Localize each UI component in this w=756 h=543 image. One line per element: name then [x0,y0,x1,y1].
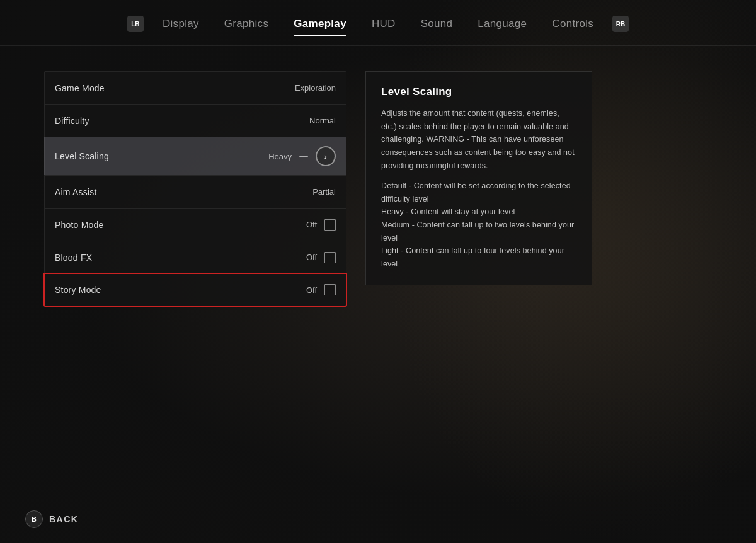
back-button-label[interactable]: BACK [49,514,78,524]
setting-value-game-mode: Exploration [295,83,336,93]
setting-label-difficulty: Difficulty [55,116,89,126]
blood-fx-checkbox[interactable] [324,252,336,263]
setting-value-blood-fx: Off [306,253,317,262]
setting-value-level-scaling: Heavy [268,152,292,161]
nav-item-display[interactable]: Display [150,14,212,34]
nav-item-language[interactable]: Language [465,14,539,34]
setting-row-game-mode[interactable]: Game Mode Exploration [44,71,346,104]
top-navigation: LB Display Graphics Gameplay HUD Sound L… [0,0,756,46]
story-mode-checkbox[interactable] [324,284,336,295]
setting-value-area-game-mode: Exploration [295,83,336,93]
nav-item-controls[interactable]: Controls [539,14,606,34]
photo-mode-checkbox[interactable] [324,219,336,231]
setting-value-area-level-scaling: Heavy › [268,146,336,166]
rb-button[interactable]: RB [612,16,629,32]
setting-label-game-mode: Game Mode [55,83,105,93]
nav-item-gameplay[interactable]: Gameplay [281,14,359,34]
setting-row-blood-fx[interactable]: Blood FX Off [44,241,346,273]
setting-label-level-scaling: Level Scaling [55,151,109,161]
info-panel-title: Level Scaling [381,86,576,98]
setting-value-area-story-mode: Off [306,284,336,295]
setting-label-photo-mode: Photo Mode [55,220,104,230]
main-content-area: Game Mode Exploration Difficulty Normal … [0,46,756,331]
setting-label-blood-fx: Blood FX [55,253,92,263]
setting-row-photo-mode[interactable]: Photo Mode Off [44,208,346,241]
setting-value-area-blood-fx: Off [306,252,336,263]
setting-value-area-photo-mode: Off [306,219,336,231]
level-scaling-slider[interactable] [299,156,308,157]
setting-label-aim-assist: Aim Assist [55,187,97,197]
info-paragraph-2: Default - Content will be set according … [381,180,576,270]
settings-list: Game Mode Exploration Difficulty Normal … [44,71,346,306]
setting-value-aim-assist: Partial [312,187,336,197]
setting-row-story-mode[interactable]: Story Mode Off [44,273,346,306]
setting-row-level-scaling[interactable]: Level Scaling Heavy › [44,137,346,175]
setting-row-difficulty[interactable]: Difficulty Normal [44,104,346,137]
lb-button[interactable]: LB [127,16,144,32]
level-scaling-arrow-right[interactable]: › [316,146,336,166]
bottom-navigation: B BACK [25,510,78,528]
info-paragraph-1: Adjusts the amount that content (quests,… [381,107,576,172]
info-panel-text: Adjusts the amount that content (quests,… [381,107,576,271]
slider-dash [299,156,308,157]
setting-row-aim-assist[interactable]: Aim Assist Partial [44,175,346,208]
nav-item-sound[interactable]: Sound [408,14,466,34]
info-panel: Level Scaling Adjusts the amount that co… [365,71,592,285]
back-button-icon[interactable]: B [25,510,43,528]
nav-item-hud[interactable]: HUD [359,14,408,34]
nav-item-graphics[interactable]: Graphics [212,14,281,34]
setting-value-area-aim-assist: Partial [312,187,336,197]
setting-label-story-mode: Story Mode [55,285,101,295]
setting-value-story-mode: Off [306,285,317,295]
setting-value-difficulty: Normal [309,116,336,125]
setting-value-area-difficulty: Normal [309,116,336,125]
setting-value-photo-mode: Off [306,220,317,229]
